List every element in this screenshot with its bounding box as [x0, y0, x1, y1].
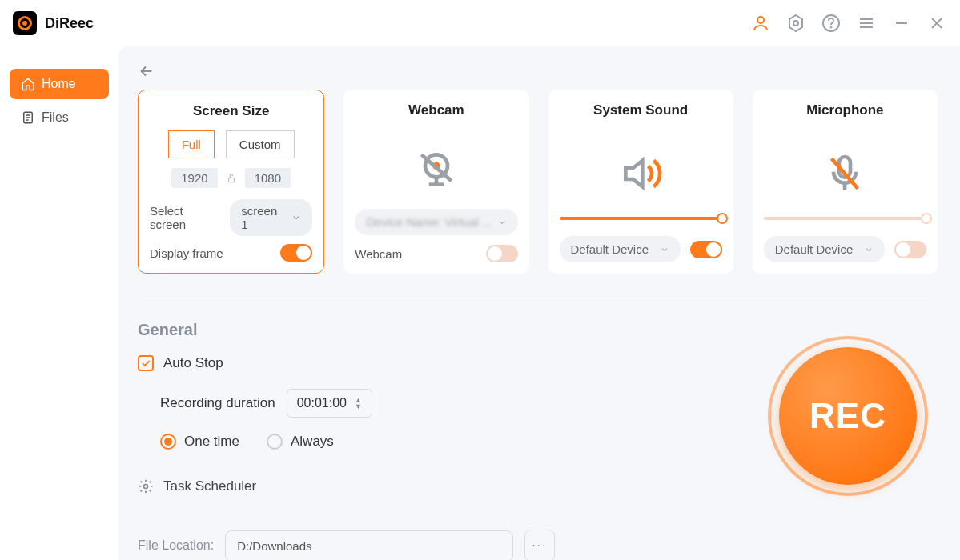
divider: [138, 298, 938, 298]
screen-full-button[interactable]: Full: [168, 130, 215, 158]
microphone-title: Microphone: [806, 102, 883, 118]
card-microphone: Microphone Default Device: [753, 90, 938, 274]
svg-marker-1: [789, 15, 802, 31]
always-label: Always: [291, 434, 334, 450]
speaker-icon: [618, 151, 663, 196]
svg-point-4: [831, 27, 832, 28]
radio-always[interactable]: Always: [267, 434, 334, 450]
microphone-slider[interactable]: [764, 217, 926, 220]
record-button[interactable]: REC: [779, 347, 917, 485]
file-location-label: File Location:: [138, 538, 214, 553]
webcam-off-icon: [414, 147, 459, 192]
task-scheduler-label: Task Scheduler: [163, 478, 256, 494]
file-location-browse-button[interactable]: ···: [524, 530, 554, 560]
screen-width-value[interactable]: 1920: [171, 168, 217, 188]
sidebar-item-files[interactable]: Files: [10, 102, 109, 133]
select-screen-dropdown[interactable]: screen 1: [230, 199, 312, 236]
app-title: DiReec: [45, 15, 94, 32]
system-sound-title: System Sound: [593, 102, 688, 118]
card-screen-size: Screen Size Full Custom 1920 1080 Select…: [138, 90, 324, 274]
chevron-down-icon: [660, 245, 669, 254]
auto-stop-label: Auto Stop: [163, 355, 223, 371]
sidebar-home-label: Home: [42, 77, 76, 91]
display-frame-toggle[interactable]: [280, 244, 312, 262]
select-screen-value: screen 1: [241, 204, 287, 231]
duration-value: 00:01:00: [297, 396, 347, 410]
webcam-device-value: Device Name: Virtual ...: [366, 215, 492, 229]
system-sound-device-dropdown[interactable]: Default Device: [560, 236, 681, 262]
check-icon: [140, 358, 151, 369]
screen-size-title: Screen Size: [193, 103, 269, 119]
microphone-device-dropdown[interactable]: Default Device: [764, 236, 885, 262]
file-location-input[interactable]: D:/Downloads: [225, 530, 513, 561]
app-logo: [13, 11, 37, 35]
radio-one-time[interactable]: One time: [160, 434, 239, 450]
back-arrow-icon[interactable]: [138, 62, 155, 80]
sidebar-files-label: Files: [42, 110, 69, 125]
microphone-off-icon: [822, 151, 867, 196]
screen-custom-button[interactable]: Custom: [226, 130, 295, 158]
system-sound-slider[interactable]: [560, 217, 722, 220]
close-icon[interactable]: [926, 13, 947, 34]
system-sound-toggle[interactable]: [690, 241, 722, 258]
chevron-down-icon: [291, 213, 301, 222]
microphone-toggle[interactable]: [894, 241, 926, 258]
radio-one-time-indicator: [160, 434, 176, 450]
account-icon[interactable]: [750, 13, 771, 34]
card-system-sound: System Sound Default Device: [548, 90, 733, 274]
gear-icon: [138, 478, 154, 494]
one-time-label: One time: [184, 434, 239, 450]
chevron-down-icon: [864, 245, 874, 254]
display-frame-label: Display frame: [150, 246, 223, 260]
microphone-device-value: Default Device: [775, 242, 854, 256]
card-webcam: Webcam Device Name: Virtual ... Webcam: [343, 90, 528, 274]
settings-icon[interactable]: [785, 13, 806, 34]
menu-icon[interactable]: [856, 13, 877, 34]
webcam-title: Webcam: [408, 102, 464, 118]
home-icon: [21, 77, 35, 91]
webcam-toggle[interactable]: [486, 245, 518, 262]
duration-stepper[interactable]: ▲▼: [355, 397, 362, 410]
radio-always-indicator: [267, 434, 283, 450]
screen-height-value[interactable]: 1080: [245, 168, 291, 188]
svg-point-2: [793, 21, 798, 26]
chevron-down-icon: [497, 218, 507, 227]
svg-rect-15: [228, 178, 234, 182]
duration-label: Recording duration: [160, 395, 275, 411]
files-icon: [21, 110, 35, 125]
webcam-label: Webcam: [355, 247, 402, 261]
svg-point-0: [757, 17, 764, 23]
minimize-icon[interactable]: [891, 13, 912, 34]
svg-point-21: [144, 485, 148, 489]
lock-icon[interactable]: [226, 173, 237, 184]
select-screen-label: Select screen: [150, 204, 222, 231]
system-sound-device-value: Default Device: [571, 242, 649, 256]
help-icon[interactable]: [821, 13, 842, 34]
duration-input[interactable]: 00:01:00 ▲▼: [287, 389, 372, 418]
webcam-device-dropdown[interactable]: Device Name: Virtual ...: [355, 209, 517, 235]
sidebar-item-home[interactable]: Home: [10, 69, 109, 99]
auto-stop-checkbox[interactable]: [138, 355, 154, 371]
